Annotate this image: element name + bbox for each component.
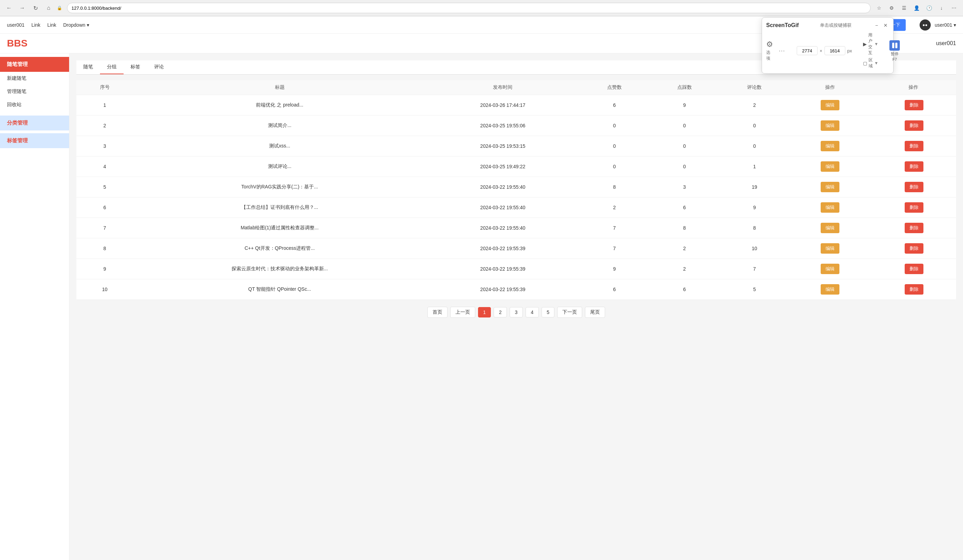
copy-icon: ▢ <box>863 61 867 66</box>
cell-dislikes: 0 <box>650 136 720 157</box>
col-header-comments: 评论数 <box>720 80 790 95</box>
nav-dropdown[interactable]: Dropdown ▾ <box>63 22 89 28</box>
edit-button[interactable]: 编辑 <box>821 284 840 295</box>
edit-button[interactable]: 编辑 <box>821 223 840 233</box>
pagination-page-1[interactable]: 1 <box>478 307 491 317</box>
col-header-edit-op: 操作 <box>790 80 871 95</box>
screen-capture-body: ⚙ 选项 ⋯ × px ▶ 用户交互 ▼ ▢ 区域 ▼ <box>766 32 889 69</box>
cell-dislikes: 0 <box>650 115 720 136</box>
history-button[interactable]: 🕑 <box>924 3 934 13</box>
more-button[interactable]: ⋯ <box>949 3 959 13</box>
edit-button[interactable]: 编辑 <box>821 100 840 110</box>
screen-capture-close[interactable]: ✕ <box>882 22 889 29</box>
table-row: 5 TorchV的RAG实践分享(二)：基于... 2024-03-22 19:… <box>76 177 956 197</box>
cell-title: 探索云原生时代：技术驱动的业务架构革新... <box>133 259 426 279</box>
tab-tags[interactable]: 标签 <box>123 60 147 74</box>
pagination: 首页 上一页 1 2 3 4 5 下一页 尾页 <box>76 300 956 325</box>
delete-button[interactable]: 删除 <box>905 243 923 254</box>
interaction-dropdown-icon[interactable]: ▼ <box>874 42 878 47</box>
cell-delete: 删除 <box>871 259 956 279</box>
edit-button[interactable]: 编辑 <box>821 141 840 151</box>
nav-user-right[interactable]: user001 ▾ <box>935 22 956 28</box>
delete-button[interactable]: 删除 <box>905 202 923 213</box>
nav-link-2[interactable]: Link <box>47 22 56 28</box>
tab-essays[interactable]: 随笔 <box>76 60 100 74</box>
pause-bar-2 <box>895 43 897 48</box>
pagination-page-4[interactable]: 4 <box>525 307 539 317</box>
refresh-button[interactable]: ↻ <box>31 3 40 13</box>
cell-dislikes: 2 <box>650 238 720 259</box>
sidebar-button[interactable]: ☰ <box>899 3 909 13</box>
table-row: 7 Matlab绘图(1)通过属性检查器调整... 2024-03-22 19:… <box>76 218 956 238</box>
lock-icon: 🔒 <box>57 6 62 10</box>
pause-icon <box>889 40 900 51</box>
sidebar-item-manage-essays[interactable]: 管理随笔 <box>0 85 69 98</box>
bookmark-star-button[interactable]: ☆ <box>874 3 884 13</box>
pagination-page-2[interactable]: 2 <box>494 307 507 317</box>
sidebar-item-trash[interactable]: 回收站 <box>0 98 69 112</box>
pagination-page-3[interactable]: 3 <box>510 307 523 317</box>
cell-title: Matlab绘图(1)通过属性检查器调整... <box>133 218 426 238</box>
delete-button[interactable]: 删除 <box>905 182 923 192</box>
cell-time: 2024-03-25 19:49:22 <box>426 157 580 177</box>
edit-button[interactable]: 编辑 <box>821 120 840 131</box>
cell-time: 2024-03-25 19:53:15 <box>426 136 580 157</box>
delete-button[interactable]: 删除 <box>905 161 923 172</box>
width-input[interactable] <box>797 46 817 55</box>
cell-likes: 0 <box>579 157 650 177</box>
extensions-button[interactable]: ⚙ <box>887 3 897 13</box>
delete-button[interactable]: 删除 <box>905 264 923 274</box>
tab-comments[interactable]: 评论 <box>147 60 171 74</box>
pagination-first[interactable]: 首页 <box>427 307 447 318</box>
address-bar[interactable] <box>67 3 871 13</box>
cell-title: 测试评论... <box>133 157 426 177</box>
col-header-title: 标题 <box>133 80 426 95</box>
cell-likes: 9 <box>579 259 650 279</box>
home-button[interactable]: ⌂ <box>44 3 54 13</box>
region-dropdown-icon[interactable]: ▼ <box>874 61 878 66</box>
main-wrapper: 随笔管理 新建随笔 管理随笔 回收站 分类管理 标签管理 随笔 分组 标签 评论 <box>0 53 963 560</box>
delete-button[interactable]: 删除 <box>905 120 923 131</box>
edit-button[interactable]: 编辑 <box>821 264 840 274</box>
screen-capture-title: ScreenToGif <box>766 22 799 28</box>
table-row: 2 测试简介... 2024-03-25 19:55:06 0 0 0 编辑 删… <box>76 115 956 136</box>
delete-button[interactable]: 删除 <box>905 223 923 233</box>
sidebar-header-tags[interactable]: 标签管理 <box>0 133 69 148</box>
tab-group[interactable]: 分组 <box>100 60 123 74</box>
edit-button[interactable]: 编辑 <box>821 161 840 172</box>
profile-button[interactable]: 👤 <box>912 3 921 13</box>
pagination-prev[interactable]: 上一页 <box>450 307 475 318</box>
pause-bars <box>892 43 897 48</box>
back-button[interactable]: ← <box>4 3 14 13</box>
table-row: 6 【工作总结】证书到底有什么用？... 2024-03-22 19:55:40… <box>76 197 956 218</box>
delete-button[interactable]: 删除 <box>905 284 923 295</box>
nav-link-1[interactable]: Link <box>32 22 41 28</box>
sidebar-item-new-essay[interactable]: 新建随笔 <box>0 72 69 85</box>
screen-capture-minimize[interactable]: − <box>873 22 880 29</box>
screen-capture-pause[interactable]: 暂停 F7 <box>889 40 900 62</box>
cell-comments: 1 <box>720 157 790 177</box>
cell-comments: 5 <box>720 279 790 300</box>
more-options-icon[interactable]: ⋯ <box>779 47 786 55</box>
height-input[interactable] <box>825 46 845 55</box>
edit-button[interactable]: 编辑 <box>821 182 840 192</box>
edit-button[interactable]: 编辑 <box>821 202 840 213</box>
pagination-page-5[interactable]: 5 <box>541 307 555 317</box>
sidebar-header-categories[interactable]: 分类管理 <box>0 115 69 131</box>
articles-table: 序号 标题 发布时间 点赞数 点踩数 评论数 操作 操作 1 前端优化 之 pr… <box>76 80 956 300</box>
cell-edit: 编辑 <box>790 136 871 157</box>
delete-button[interactable]: 删除 <box>905 141 923 151</box>
forward-button[interactable]: → <box>17 3 27 13</box>
download-button[interactable]: ↓ <box>937 3 946 13</box>
delete-button[interactable]: 删除 <box>905 100 923 110</box>
sidebar-header-essays[interactable]: 随笔管理 <box>0 57 69 72</box>
screen-capture-settings[interactable]: ⚙ 选项 <box>766 40 773 62</box>
interaction-label: 用户交互 <box>868 32 873 56</box>
cell-likes: 8 <box>579 177 650 197</box>
screen-capture-subtitle[interactable]: 单击或按键捕获 <box>820 22 851 28</box>
screen-capture-overlay: ScreenToGif 单击或按键捕获 − ✕ ⚙ 选项 ⋯ × px ▶ 用户… <box>762 17 893 74</box>
pagination-next[interactable]: 下一页 <box>557 307 582 318</box>
edit-button[interactable]: 编辑 <box>821 243 840 254</box>
cell-time: 2024-03-22 19:55:40 <box>426 177 580 197</box>
pagination-last[interactable]: 尾页 <box>585 307 605 318</box>
